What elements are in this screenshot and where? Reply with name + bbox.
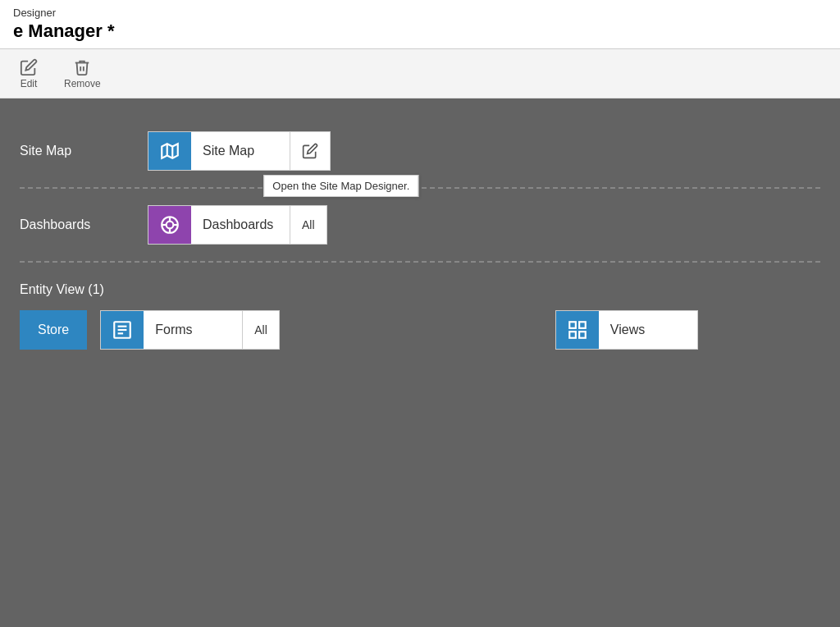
dashboards-section-label: Dashboards: [20, 217, 135, 232]
sitemap-map-icon: [159, 140, 180, 162]
entity-view-label: Entity View (1): [20, 282, 820, 297]
store-label: Store: [38, 323, 69, 337]
forms-icon-box: [101, 311, 144, 349]
dashboards-icon-box: [148, 206, 191, 244]
sitemap-icon-box: [148, 132, 191, 170]
dashboards-icon: [159, 214, 180, 236]
store-button[interactable]: Store: [20, 310, 87, 350]
sitemap-pencil-icon: [302, 143, 318, 159]
svg-rect-12: [569, 322, 576, 328]
main-content: Site Map Site Map Open the Site Map Desi…: [0, 98, 840, 627]
sitemap-card: Site Map Open the Site Map Designer.: [148, 131, 331, 171]
app-header: Designer e Manager *: [0, 0, 840, 49]
remove-button[interactable]: Remove: [57, 55, 107, 93]
edit-icon: [20, 58, 38, 76]
header-subtitle: Designer: [13, 7, 827, 19]
remove-icon: [73, 58, 91, 76]
sitemap-section-label: Site Map: [20, 144, 135, 158]
svg-rect-13: [579, 322, 586, 328]
views-icon: [567, 319, 588, 341]
remove-label: Remove: [64, 78, 101, 89]
dashboards-card: Dashboards All: [148, 205, 327, 245]
entity-view-cards: Store Forms All: [20, 310, 820, 350]
views-card-label: Views: [599, 311, 697, 349]
dashboards-card-label: Dashboards: [191, 206, 290, 244]
svg-rect-14: [569, 332, 576, 338]
forms-all-button[interactable]: All: [242, 311, 279, 349]
svg-point-3: [167, 222, 174, 229]
header-title: e Manager *: [13, 21, 827, 42]
toolbar: Edit Remove: [0, 49, 840, 98]
svg-rect-15: [579, 332, 586, 338]
edit-label: Edit: [21, 78, 38, 89]
views-card: Views: [555, 310, 698, 350]
dashboards-section-row: Dashboards Dashboards All: [20, 189, 820, 263]
views-icon-box: [556, 311, 599, 349]
entity-view-section: Entity View (1) Store Forms All: [20, 263, 820, 363]
sitemap-edit-button[interactable]: Open the Site Map Designer.: [290, 132, 330, 170]
sitemap-card-label: Site Map: [191, 132, 290, 170]
forms-card-label: Forms: [144, 311, 242, 349]
forms-card: Forms All: [100, 310, 280, 350]
edit-button[interactable]: Edit: [13, 55, 44, 93]
forms-icon: [112, 319, 133, 341]
dashboards-all-button[interactable]: All: [290, 206, 326, 244]
sitemap-section-row: Site Map Site Map Open the Site Map Desi…: [20, 115, 820, 189]
